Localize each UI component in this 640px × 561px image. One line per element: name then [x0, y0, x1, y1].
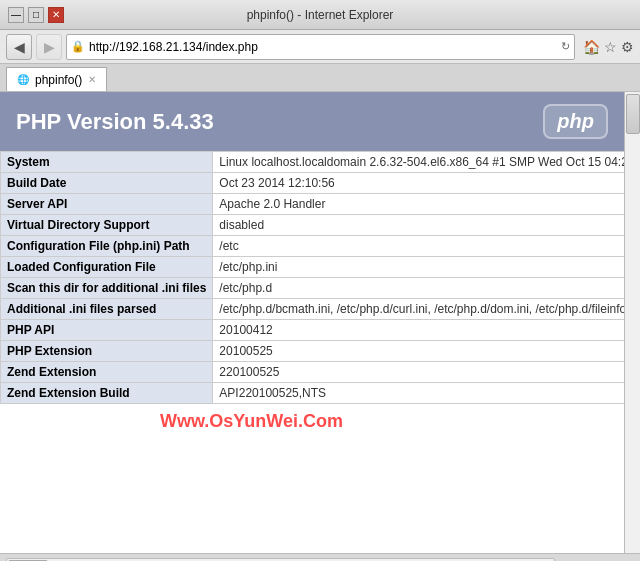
refresh-icon[interactable]: ↻ — [561, 40, 570, 53]
php-logo: php — [543, 104, 608, 139]
row-label: Server API — [1, 194, 213, 215]
tab-title: phpinfo() — [35, 73, 82, 87]
row-value: Apache 2.0 Handler — [213, 194, 624, 215]
table-row: Loaded Configuration File/etc/php.ini — [1, 257, 625, 278]
tab-phpinfo[interactable]: 🌐 phpinfo() ✕ — [6, 67, 107, 91]
row-value: Oct 23 2014 12:10:56 — [213, 173, 624, 194]
php-header: PHP Version 5.4.33 php — [0, 92, 624, 151]
php-version: PHP Version 5.4.33 — [16, 109, 214, 135]
address-bar[interactable]: 🔒 ↻ — [66, 34, 575, 60]
scrollbar-thumb[interactable] — [626, 94, 640, 134]
horizontal-scrollbar[interactable] — [6, 558, 555, 562]
table-row: PHP API20100412 — [1, 320, 625, 341]
table-row: PHP Extension20100525 — [1, 341, 625, 362]
vertical-scrollbar[interactable] — [624, 92, 640, 553]
close-button[interactable]: ✕ — [48, 7, 64, 23]
page-content: PHP Version 5.4.33 php SystemLinux local… — [0, 92, 624, 553]
table-row: Scan this dir for additional .ini files/… — [1, 278, 625, 299]
row-label: Scan this dir for additional .ini files — [1, 278, 213, 299]
row-label: PHP API — [1, 320, 213, 341]
row-value: /etc/php.d — [213, 278, 624, 299]
gear-icon[interactable]: ⚙ — [621, 39, 634, 55]
row-value: disabled — [213, 215, 624, 236]
row-label: Virtual Directory Support — [1, 215, 213, 236]
table-row: Zend Extension220100525 — [1, 362, 625, 383]
row-label: Additional .ini files parsed — [1, 299, 213, 320]
row-value: /etc/php.d/bcmath.ini, /etc/php.d/curl.i… — [213, 299, 624, 320]
table-row: Server APIApache 2.0 Handler — [1, 194, 625, 215]
row-label: Loaded Configuration File — [1, 257, 213, 278]
star-icon[interactable]: ☆ — [604, 39, 617, 55]
back-icon: ◀ — [14, 39, 25, 55]
row-label: Zend Extension — [1, 362, 213, 383]
maximize-button[interactable]: □ — [28, 7, 44, 23]
window-title: phpinfo() - Internet Explorer — [68, 8, 572, 22]
tab-close-button[interactable]: ✕ — [88, 74, 96, 85]
row-value: 20100525 — [213, 341, 624, 362]
row-label: Build Date — [1, 173, 213, 194]
content-area: PHP Version 5.4.33 php SystemLinux local… — [0, 92, 640, 553]
row-label: Configuration File (php.ini) Path — [1, 236, 213, 257]
row-value: /etc — [213, 236, 624, 257]
tab-favicon: 🌐 — [17, 74, 29, 85]
table-row: Additional .ini files parsed/etc/php.d/b… — [1, 299, 625, 320]
address-input[interactable] — [89, 40, 557, 54]
table-row: Configuration File (php.ini) Path/etc — [1, 236, 625, 257]
phpinfo-wrap: PHP Version 5.4.33 php SystemLinux local… — [0, 92, 624, 404]
row-label: System — [1, 152, 213, 173]
home-icon[interactable]: 🏠 — [583, 39, 600, 55]
forward-icon: ▶ — [44, 39, 55, 55]
tab-bar: 🌐 phpinfo() ✕ — [0, 64, 640, 92]
table-row: Virtual Directory Supportdisabled — [1, 215, 625, 236]
nav-bar: ◀ ▶ 🔒 ↻ 🏠 ☆ ⚙ — [0, 30, 640, 64]
table-row: Zend Extension BuildAPI220100525,NTS — [1, 383, 625, 404]
row-value: Linux localhost.localdomain 2.6.32-504.e… — [213, 152, 624, 173]
address-icon: 🔒 — [71, 40, 85, 53]
row-value: 220100525 — [213, 362, 624, 383]
back-button[interactable]: ◀ — [6, 34, 32, 60]
row-label: Zend Extension Build — [1, 383, 213, 404]
watermark: Www.OsYunWei.Com — [160, 411, 343, 432]
row-label: PHP Extension — [1, 341, 213, 362]
phpinfo-table: SystemLinux localhost.localdomain 2.6.32… — [0, 151, 624, 404]
row-value: /etc/php.ini — [213, 257, 624, 278]
row-value: API220100525,NTS — [213, 383, 624, 404]
minimize-button[interactable]: — — [8, 7, 24, 23]
title-bar: — □ ✕ phpinfo() - Internet Explorer — [0, 0, 640, 30]
table-row: SystemLinux localhost.localdomain 2.6.32… — [1, 152, 625, 173]
row-value: 20100412 — [213, 320, 624, 341]
status-bar: www.111cn.net — [0, 553, 640, 561]
table-row: Build DateOct 23 2014 12:10:56 — [1, 173, 625, 194]
forward-button[interactable]: ▶ — [36, 34, 62, 60]
